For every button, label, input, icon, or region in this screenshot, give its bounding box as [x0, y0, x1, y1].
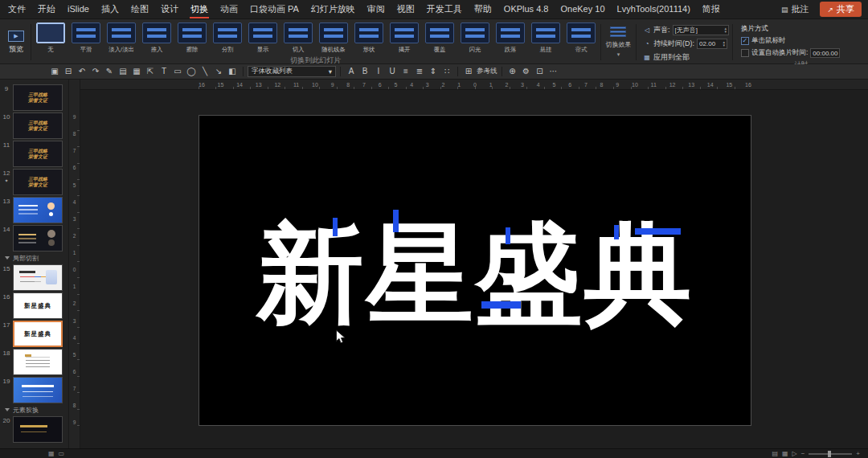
slide-thumbnail[interactable] — [13, 416, 63, 443]
transition-item[interactable]: 推入 — [139, 21, 174, 54]
format-painter-icon[interactable]: ✎ — [103, 64, 116, 79]
italic-icon[interactable]: I — [372, 64, 385, 79]
slide-thumbnail[interactable] — [13, 349, 63, 375]
slide-layout-icon[interactable]: ▦ — [130, 64, 143, 79]
align-center-icon[interactable]: ≣ — [413, 64, 426, 79]
slide-thumbnail-row[interactable]: 12 ✦ 三甲战略 荣誉文证 — [0, 169, 67, 195]
bullet-list-icon[interactable]: ∷ — [440, 64, 453, 79]
transition-item[interactable]: 揭开 — [387, 21, 422, 54]
menu-tab[interactable]: 切换 — [189, 0, 210, 19]
transition-item[interactable]: 平滑 — [68, 21, 104, 54]
transition-item[interactable]: 形状 — [351, 21, 387, 54]
transition-item[interactable]: 覆盖 — [422, 21, 457, 54]
arrange-icon[interactable]: ⊡ — [534, 64, 547, 79]
menu-tab[interactable]: 帮助 — [473, 0, 493, 19]
shape-line-icon[interactable]: ╲ — [199, 64, 211, 79]
slide-thumbnail[interactable]: 三甲战略 荣誉文证 — [13, 84, 63, 111]
fill-color-icon[interactable]: ◧ — [226, 64, 239, 79]
shape-arrow-icon[interactable]: ↘ — [212, 64, 225, 79]
menu-tab[interactable]: 文件 — [6, 0, 27, 19]
menu-tab[interactable]: 插入 — [100, 0, 121, 19]
text-box-icon[interactable]: T — [158, 64, 170, 79]
transition-item[interactable]: 跌落 — [493, 21, 528, 54]
menu-tab[interactable]: OneKey 10 — [559, 0, 606, 19]
spinner[interactable]: ▴▾ — [725, 27, 727, 33]
slide-thumbnail-row[interactable]: 9 三甲战略 荣誉文证 — [0, 84, 67, 111]
notes-icon[interactable]: ▭ — [59, 449, 65, 458]
select-tool-icon[interactable]: ⇱ — [144, 64, 157, 79]
slide-thumbnail[interactable]: 新星盛典 — [13, 292, 63, 319]
more-tools-icon[interactable]: ⋯ — [547, 64, 560, 79]
underline-icon[interactable]: U — [386, 64, 399, 79]
slide-thumbnail[interactable]: 三甲战略 荣誉文证 — [13, 169, 63, 195]
new-slide-icon[interactable]: ▤ — [117, 64, 129, 79]
undo-icon[interactable]: ↶ — [76, 64, 88, 79]
share-button[interactable]: ↗ 共享 — [820, 2, 862, 17]
zoom-tool-icon[interactable]: ⊕ — [506, 64, 519, 79]
slide-thumbnail-row[interactable]: 17 新星盛典 — [0, 321, 67, 347]
menu-tab[interactable]: LvyhTools(201114) — [616, 0, 692, 19]
menu-tab[interactable]: 视图 — [395, 0, 416, 19]
transition-item[interactable]: 帘式 — [563, 21, 599, 54]
zoom-in-button[interactable]: + — [856, 449, 860, 458]
slide-thumbnail-row[interactable]: 20 — [0, 416, 67, 443]
slide-thumbnail[interactable] — [13, 264, 63, 291]
duration-input[interactable]: 02.00 ▴▾ — [697, 39, 727, 49]
menu-tab[interactable]: 简报 — [701, 0, 722, 19]
theme-icon[interactable]: ▦ — [48, 449, 55, 458]
align-left-icon[interactable]: ≡ — [399, 64, 412, 79]
guides-toggle[interactable]: ⊞ 参考线 — [462, 64, 497, 79]
slide-thumbnail-row[interactable]: 16 新星盛典 — [0, 292, 67, 319]
slideshow-icon[interactable]: ▷ — [792, 449, 797, 458]
slide-thumbnail-row[interactable]: 13 — [0, 197, 67, 223]
menu-tab[interactable]: 审阅 — [366, 0, 387, 19]
transition-item[interactable]: 悬挂 — [528, 21, 563, 54]
zoom-out-button[interactable]: − — [801, 449, 805, 458]
slide-thumbnail[interactable] — [13, 197, 63, 223]
normal-view-icon[interactable]: ▤ — [772, 449, 778, 458]
menu-tab[interactable]: 开发工具 — [425, 0, 464, 19]
editor-canvas[interactable]: 1615141312111098765432101234567891011121… — [80, 80, 868, 448]
zoom-slider-knob[interactable] — [828, 451, 831, 457]
transition-item[interactable]: 显示 — [245, 21, 280, 54]
menu-tab[interactable]: 幻灯片放映 — [309, 0, 357, 19]
slide-thumbnail[interactable]: 新星盛典 — [13, 321, 63, 347]
menu-tab[interactable]: 动画 — [219, 0, 240, 19]
print-icon[interactable]: ⊟ — [62, 64, 75, 79]
transition-item[interactable]: 淡入/淡出 — [104, 21, 139, 54]
settings-icon[interactable]: ⚙ — [520, 64, 533, 79]
spinner[interactable]: ▴▾ — [723, 41, 726, 47]
zoom-slider[interactable] — [809, 453, 852, 455]
slide-thumbnail-row[interactable]: 15 — [0, 264, 67, 291]
auto-advance-time-input[interactable]: 00:00.00 — [810, 48, 840, 58]
menu-tab[interactable]: iSlide — [66, 0, 91, 19]
transition-item[interactable]: 擦除 — [174, 21, 210, 54]
slide-thumbnail[interactable] — [13, 225, 63, 251]
line-spacing-icon[interactable]: ⇕ — [427, 64, 440, 79]
transition-item[interactable]: 闪光 — [457, 21, 493, 54]
on-click-option[interactable]: ✓ 单击鼠标时 — [741, 36, 862, 46]
transition-effects-button[interactable]: 切换效果 ▾ — [603, 21, 634, 63]
checkbox-checked-icon[interactable]: ✓ — [741, 37, 749, 45]
slide-canvas[interactable]: 新星盛典 — [199, 115, 751, 426]
slide-title-text[interactable]: 新星盛典 — [199, 116, 751, 425]
menu-tab[interactable]: OKPlus 4.8 — [502, 0, 551, 19]
menu-tab[interactable]: 设计 — [159, 0, 180, 19]
font-color-icon[interactable]: A — [345, 64, 358, 79]
checkbox-unchecked-icon[interactable] — [741, 49, 749, 57]
slide-sorter-icon[interactable]: ▦ — [782, 449, 788, 458]
redo-icon[interactable]: ↷ — [89, 64, 102, 79]
shape-rect-icon[interactable]: ▭ — [171, 64, 184, 79]
transition-item[interactable]: 无 — [33, 21, 68, 54]
comments-button[interactable]: ▤ 批注 — [776, 2, 814, 17]
slide-thumbnail[interactable]: 三甲战略 荣誉文证 — [13, 112, 63, 139]
slide-thumbnail-row[interactable]: 18 — [0, 349, 67, 375]
slide-thumbnail[interactable]: 三甲战略 荣誉文证 — [13, 141, 63, 167]
transition-item[interactable]: 随机线条 — [316, 21, 351, 54]
transition-item[interactable]: 切入 — [280, 21, 316, 54]
slide-thumbnail-row[interactable]: 10 三甲战略 荣誉文证 — [0, 112, 67, 139]
apply-to-all-button[interactable]: ▦ 应用到全部 — [643, 52, 729, 63]
section-header[interactable]: 局部切割 — [0, 253, 68, 263]
menu-tab[interactable]: 绘图 — [129, 0, 150, 19]
slide-thumbnail-row[interactable]: 11 三甲战略 荣誉文证 — [0, 141, 67, 167]
